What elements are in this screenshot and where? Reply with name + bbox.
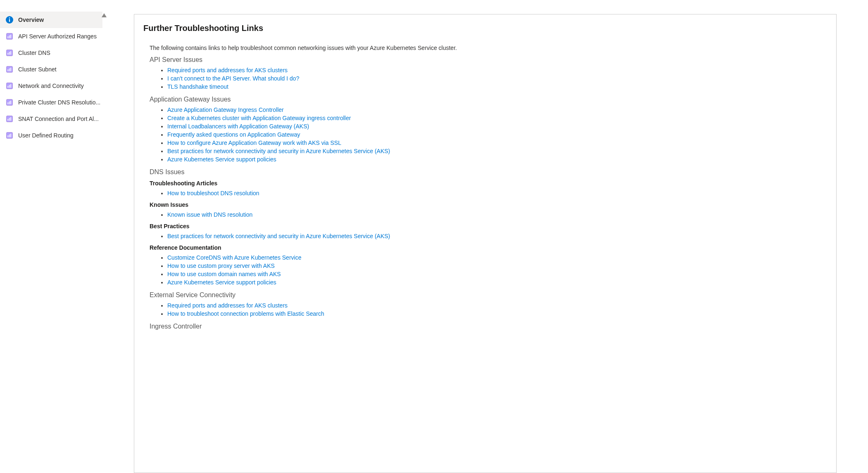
svg-rect-25 [9, 118, 10, 121]
svg-rect-4 [8, 36, 9, 38]
link-list: Required ports and addresses for AKS clu… [167, 301, 827, 318]
sidebar-item-label: Cluster Subnet [18, 66, 57, 73]
doc-link[interactable]: Required ports and addresses for AKS clu… [167, 302, 288, 309]
link-list: Best practices for network connectivity … [167, 232, 827, 240]
sidebar-item-snat-connection-and-port-al[interactable]: SNAT Connection and Port Al... [0, 111, 102, 127]
resource-icon [6, 33, 13, 40]
svg-rect-22 [10, 101, 11, 104]
doc-link[interactable]: Internal Loadbalancers with Application … [167, 123, 309, 130]
section-heading: API Server Issues [150, 56, 827, 64]
list-item: How to use custom proxy server with AKS [167, 262, 827, 270]
list-item: Azure Application Gateway Ingress Contro… [167, 106, 827, 114]
doc-link[interactable]: Known issue with DNS resolution [167, 211, 252, 218]
main-wrap: Further Troubleshooting Links The follow… [102, 0, 868, 473]
svg-rect-18 [10, 84, 11, 88]
section-heading: External Service Connectivity [150, 291, 827, 299]
list-item: How to configure Azure Application Gatew… [167, 139, 827, 147]
sidebar-item-cluster-subnet[interactable]: Cluster Subnet [0, 61, 102, 78]
sidebar-item-label: Overview [18, 17, 44, 23]
svg-rect-12 [8, 69, 9, 71]
sidebar-item-private-cluster-dns-resolutio[interactable]: Private Cluster DNS Resolutio... [0, 94, 102, 111]
svg-rect-17 [9, 85, 10, 88]
list-item: I can't connect to the API Server. What … [167, 74, 827, 83]
svg-rect-30 [10, 134, 11, 137]
list-item: Best practices for network connectivity … [167, 147, 827, 155]
sidebar-item-label: Cluster DNS [18, 50, 50, 56]
link-list: Known issue with DNS resolution [167, 210, 827, 219]
resource-icon [6, 99, 13, 106]
doc-link[interactable]: Required ports and addresses for AKS clu… [167, 67, 288, 73]
doc-link[interactable]: Azure Kubernetes Service support policie… [167, 279, 276, 286]
list-item: Best practices for network connectivity … [167, 232, 827, 240]
list-item: Required ports and addresses for AKS clu… [167, 66, 827, 74]
list-item: Known issue with DNS resolution [167, 210, 827, 219]
list-item: How to troubleshoot connection problems … [167, 310, 827, 318]
sidebar-item-label: User Defined Routing [18, 132, 74, 139]
list-item: How to use custom domain names with AKS [167, 270, 827, 278]
sub-heading: Best Practices [150, 223, 827, 229]
sidebar-item-network-and-connectivity[interactable]: Network and Connectivity [0, 78, 102, 94]
scroll-up-indicator-icon [102, 13, 107, 17]
sidebar-item-label: Network and Connectivity [18, 83, 84, 89]
section-heading: DNS Issues [150, 168, 827, 176]
svg-rect-6 [10, 35, 11, 38]
doc-link[interactable]: How to use custom domain names with AKS [167, 271, 281, 277]
list-item: Azure Kubernetes Service support policie… [167, 278, 827, 286]
svg-rect-10 [10, 51, 11, 54]
info-icon [6, 16, 13, 24]
section-heading: Ingress Controller [150, 323, 827, 330]
doc-link[interactable]: Azure Application Gateway Ingress Contro… [167, 106, 284, 113]
doc-link[interactable]: I can't connect to the API Server. What … [167, 75, 299, 82]
doc-link[interactable]: How to troubleshoot connection problems … [167, 310, 324, 317]
intro-text: The following contains links to help tro… [150, 45, 827, 51]
list-item: How to troubleshoot DNS resolution [167, 189, 827, 197]
doc-link[interactable]: Best practices for network connectivity … [167, 148, 390, 154]
list-item: Create a Kubernetes cluster with Applica… [167, 114, 827, 122]
link-list: Azure Application Gateway Ingress Contro… [167, 106, 827, 163]
sub-heading: Reference Documentation [150, 244, 827, 251]
doc-link[interactable]: How to use custom proxy server with AKS [167, 263, 275, 269]
list-item: Customize CoreDNS with Azure Kubernetes … [167, 253, 827, 262]
svg-rect-8 [8, 53, 9, 55]
svg-rect-21 [9, 102, 10, 104]
content-card: Further Troubleshooting Links The follow… [134, 14, 837, 473]
svg-rect-24 [8, 119, 9, 121]
svg-rect-13 [9, 69, 10, 71]
list-item: Frequently asked questions on Applicatio… [167, 130, 827, 139]
resource-icon [6, 132, 13, 139]
list-item: Azure Kubernetes Service support policie… [167, 155, 827, 163]
doc-link[interactable]: How to configure Azure Application Gatew… [167, 140, 341, 146]
svg-rect-5 [9, 35, 10, 38]
sidebar-item-overview[interactable]: Overview [0, 12, 102, 28]
doc-link[interactable]: Customize CoreDNS with Azure Kubernetes … [167, 254, 301, 261]
doc-link[interactable]: Best practices for network connectivity … [167, 233, 390, 239]
svg-point-2 [9, 17, 10, 19]
list-item: TLS handshake timeout [167, 83, 827, 91]
link-list: How to troubleshoot DNS resolution [167, 189, 827, 197]
sidebar-item-cluster-dns[interactable]: Cluster DNS [0, 45, 102, 61]
doc-link[interactable]: Frequently asked questions on Applicatio… [167, 131, 300, 138]
svg-rect-20 [8, 102, 9, 104]
sidebar-item-api-server-authorized-ranges[interactable]: API Server Authorized Ranges [0, 28, 102, 45]
list-item: Required ports and addresses for AKS clu… [167, 301, 827, 310]
doc-link[interactable]: TLS handshake timeout [167, 83, 228, 90]
resource-icon [6, 115, 13, 123]
sidebar-item-label: API Server Authorized Ranges [18, 33, 97, 40]
doc-link[interactable]: Azure Kubernetes Service support policie… [167, 156, 276, 163]
link-list: Customize CoreDNS with Azure Kubernetes … [167, 253, 827, 286]
sub-heading: Known Issues [150, 201, 827, 208]
svg-rect-29 [9, 135, 10, 137]
svg-rect-16 [8, 86, 9, 88]
sidebar-nav: OverviewAPI Server Authorized RangesClus… [0, 0, 102, 473]
svg-rect-9 [9, 52, 10, 55]
resource-icon [6, 82, 13, 90]
link-list: Required ports and addresses for AKS clu… [167, 66, 827, 91]
doc-link[interactable]: How to troubleshoot DNS resolution [167, 190, 259, 196]
sidebar-item-label: SNAT Connection and Port Al... [18, 116, 99, 122]
sidebar-item-label: Private Cluster DNS Resolutio... [18, 99, 100, 106]
page-title: Further Troubleshooting Links [143, 24, 827, 33]
doc-link[interactable]: Create a Kubernetes cluster with Applica… [167, 115, 351, 121]
resource-icon [6, 49, 13, 57]
resource-icon [6, 66, 13, 73]
sidebar-item-user-defined-routing[interactable]: User Defined Routing [0, 127, 102, 144]
